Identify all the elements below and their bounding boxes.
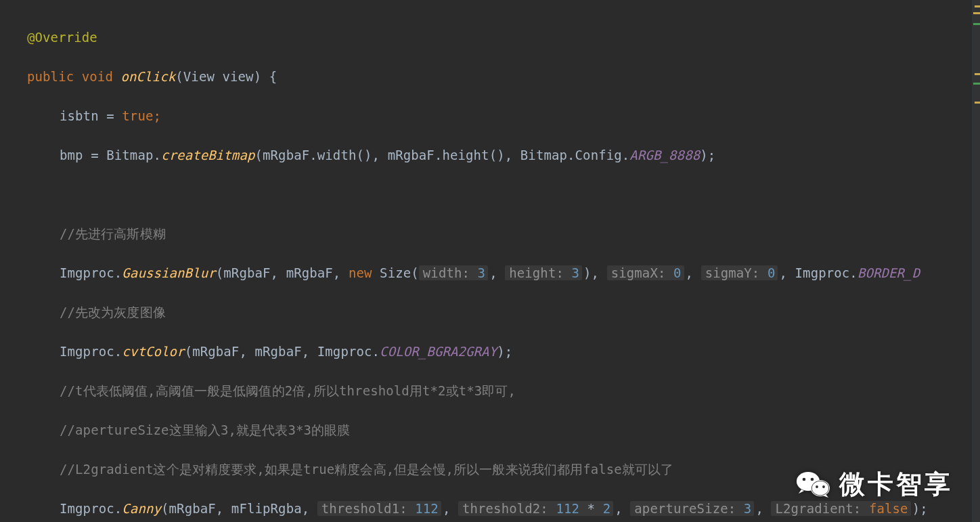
comment: //t代表低阈值,高阈值一般是低阈值的2倍,所以threshold用t*2或t*… [60,383,516,398]
code-line: //先改为灰度图像 [27,303,980,322]
gutter-mark [975,73,980,75]
code-line: //t代表低阈值,高阈值一般是低阈值的2倍,所以threshold用t*2或t*… [27,381,980,401]
code-editor[interactable]: @Override public void onClick(View view)… [0,0,980,522]
code-line: //先进行高斯模糊 [27,224,980,244]
method-name: onClick [120,69,175,84]
param-hint: sigmaX: 0 [607,265,684,280]
gutter-mark [975,5,980,7]
svg-point-6 [816,485,818,488]
wechat-icon [796,469,831,499]
gutter-mark [973,23,980,25]
blank-line [27,185,980,204]
comment: //先改为灰度图像 [60,305,166,320]
gutter-mark [973,83,980,85]
param-hint: height: 3 [505,265,582,280]
param-hint: width: 3 [419,265,488,280]
comment: //L2gradient这个是对精度要求,如果是true精度会高,但是会慢,所以… [60,462,673,477]
code-line: //apertureSize这里输入3,就是代表3*3的眼膜 [27,420,980,440]
svg-point-7 [822,485,825,488]
param-hint: sigmaY: 0 [701,265,778,280]
code-line: Imgproc.Canny(mRgbaF, mFlipRgba, thresho… [27,499,980,519]
comment: //先进行高斯模糊 [60,226,166,241]
code-line: Imgproc.cvtColor(mRgbaF, mRgbaF, Imgproc… [27,342,980,362]
code-line: bmp = Bitmap.createBitmap(mRgbaF.width()… [27,146,980,165]
watermark: 微卡智享 [796,469,953,499]
code-line: public void onClick(View view) { [27,67,980,87]
annotation: @Override [27,30,97,45]
param-hint: L2gradient: false [771,501,910,516]
code-line: Imgproc.GaussianBlur(mRgbaF, mRgbaF, new… [27,263,980,283]
svg-point-4 [803,478,806,481]
param-hint: threshold1: 112 [317,501,441,516]
watermark-text: 微卡智享 [839,475,953,494]
svg-point-5 [811,478,814,481]
svg-point-3 [812,481,828,496]
code-line: @Override [27,28,980,47]
gutter-mark [975,102,980,104]
param-hint: threshold2: 112 * 2 [458,501,613,516]
comment: //apertureSize这里输入3,就是代表3*3的眼膜 [60,422,350,437]
gutter-mark [973,12,980,14]
code-line: isbtn = true; [27,106,980,126]
param-hint: apertureSize: 3 [630,501,754,516]
editor-gutter-strip[interactable] [972,0,980,522]
